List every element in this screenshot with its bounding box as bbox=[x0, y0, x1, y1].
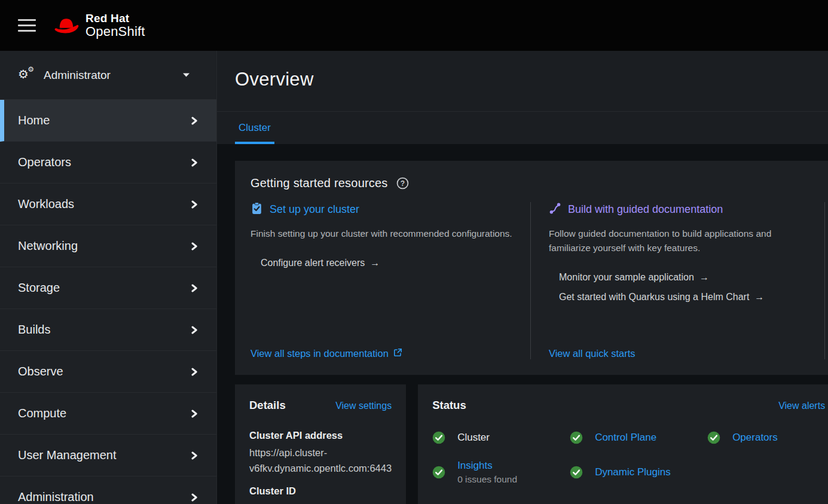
status-subtext: 0 issues found bbox=[457, 474, 517, 485]
column-links: Monitor your sample application→Get star… bbox=[549, 272, 806, 303]
arrow-right-icon: → bbox=[699, 272, 709, 283]
view-alerts-link[interactable]: View alerts bbox=[778, 401, 825, 411]
sidebar-item-label: Networking bbox=[18, 239, 78, 253]
status-item-operators: Operators bbox=[707, 431, 828, 444]
check-circle-icon bbox=[432, 431, 445, 444]
chevron-right-icon bbox=[190, 451, 198, 460]
getting-started-column-clipped bbox=[824, 202, 828, 359]
sidebar-item-storage[interactable]: Storage bbox=[0, 267, 216, 309]
status-text: Control Plane bbox=[595, 432, 656, 444]
redhat-fedora-icon bbox=[53, 17, 80, 38]
sidebar-item-user-management[interactable]: User Management bbox=[0, 435, 216, 476]
perspective-switcher[interactable]: ⚙⚙ Administrator bbox=[0, 51, 216, 100]
getting-started-column-set-up-cluster: Set up your clusterFinish setting up you… bbox=[250, 202, 530, 359]
details-fields: Cluster API addresshttps://api.cluster-v… bbox=[249, 430, 392, 497]
sidebar-nav-list: HomeOperatorsWorkloadsNetworkingStorageB… bbox=[0, 100, 216, 504]
sidebar-item-builds[interactable]: Builds bbox=[0, 309, 216, 351]
field-label: Cluster ID bbox=[249, 485, 392, 497]
sidebar-item-operators[interactable]: Operators bbox=[0, 142, 216, 184]
route-icon bbox=[549, 202, 561, 217]
status-label[interactable]: Control Plane bbox=[595, 432, 656, 443]
quick-link-get-started-with-quarkus-using-a-helm-chart[interactable]: Get started with Quarkus using a Helm Ch… bbox=[559, 292, 764, 303]
status-label[interactable]: Insights bbox=[457, 460, 493, 471]
field-label: Cluster API address bbox=[249, 430, 392, 441]
column-footer: View all quick starts bbox=[549, 348, 806, 359]
redhat-openshift-logo[interactable]: Red Hat OpenShift bbox=[53, 13, 145, 38]
column-header: Set up your cluster bbox=[250, 202, 512, 217]
quick-link-label: Get started with Quarkus using a Helm Ch… bbox=[559, 292, 749, 303]
column-links: Configure alert receivers→ bbox=[250, 258, 512, 268]
details-card: Details View settings Cluster API addres… bbox=[235, 384, 406, 504]
footer-link-label: View all steps in documentation bbox=[250, 348, 389, 359]
svg-text:?: ? bbox=[400, 179, 404, 188]
external-link-icon bbox=[393, 348, 402, 359]
status-label[interactable]: Operators bbox=[732, 432, 778, 443]
status-card: Status View alerts ClusterControl PlaneO… bbox=[418, 384, 828, 504]
chevron-right-icon bbox=[190, 326, 198, 334]
status-title: Status bbox=[432, 399, 466, 412]
quick-link-configure-alert-receivers[interactable]: Configure alert receivers→ bbox=[261, 258, 380, 268]
check-circle-icon bbox=[707, 431, 720, 444]
caret-down-icon bbox=[182, 72, 190, 78]
sidebar-item-label: Operators bbox=[18, 155, 71, 169]
arrow-right-icon: → bbox=[754, 292, 764, 303]
sidebar-item-label: User Management bbox=[18, 448, 117, 462]
main-content: Overview Cluster Getting started resourc… bbox=[216, 51, 828, 504]
column-description: Follow guided documentation to build app… bbox=[549, 227, 806, 255]
tasks-icon bbox=[250, 202, 263, 217]
quick-link-monitor-your-sample-application[interactable]: Monitor your sample application→ bbox=[559, 272, 709, 283]
tab-cluster[interactable]: Cluster bbox=[235, 112, 274, 144]
status-item-cluster: Cluster bbox=[432, 431, 570, 444]
sidebar-nav: ⚙⚙ Administrator HomeOperatorsWorkloadsN… bbox=[0, 51, 216, 504]
sidebar-item-label: Home bbox=[18, 114, 50, 127]
chevron-right-icon bbox=[190, 410, 198, 418]
page-title: Overview bbox=[235, 69, 810, 90]
question-circle-icon[interactable]: ? bbox=[396, 177, 409, 190]
sidebar-item-label: Administration bbox=[18, 490, 94, 504]
view-all-quick-starts-link[interactable]: View all quick starts bbox=[549, 348, 635, 359]
getting-started-header: Getting started resources ? bbox=[250, 176, 828, 190]
chevron-right-icon bbox=[190, 368, 198, 376]
chevron-right-icon bbox=[190, 117, 198, 125]
sidebar-item-label: Workloads bbox=[18, 197, 74, 211]
tab-bar: Cluster bbox=[217, 111, 828, 144]
sidebar-item-compute[interactable]: Compute bbox=[0, 393, 216, 435]
getting-started-columns: Set up your clusterFinish setting up you… bbox=[250, 202, 828, 359]
page-header: Overview bbox=[217, 51, 828, 111]
sidebar-item-workloads[interactable]: Workloads bbox=[0, 184, 216, 225]
arrow-right-icon: → bbox=[370, 258, 380, 268]
quick-link-label: Configure alert receivers bbox=[261, 258, 365, 268]
view-all-steps-in-documentation-link[interactable]: View all steps in documentation bbox=[250, 348, 402, 359]
getting-started-card: Getting started resources ? Set up your … bbox=[235, 161, 828, 375]
status-grid: ClusterControl PlaneOperatorsInsights0 i… bbox=[432, 431, 825, 485]
sidebar-item-observe[interactable]: Observe bbox=[0, 351, 216, 393]
status-item-dynamic-plugins: Dynamic Plugins bbox=[570, 460, 707, 485]
check-circle-icon bbox=[432, 466, 445, 479]
sidebar-item-label: Storage bbox=[18, 281, 60, 295]
status-label: Cluster bbox=[457, 432, 490, 443]
sidebar-item-networking[interactable]: Networking bbox=[0, 225, 216, 267]
footer-link-label: View all quick starts bbox=[549, 348, 635, 359]
overview-cards-row: Details View settings Cluster API addres… bbox=[235, 384, 810, 504]
sidebar-item-administration[interactable]: Administration bbox=[0, 476, 216, 504]
nav-toggle-hamburger-icon[interactable] bbox=[18, 19, 36, 32]
chevron-right-icon bbox=[190, 200, 198, 209]
chevron-right-icon bbox=[190, 158, 198, 167]
details-title: Details bbox=[249, 399, 286, 412]
perspective-label: Administrator bbox=[44, 69, 111, 82]
column-title: Build with guided documentation bbox=[568, 203, 723, 216]
column-footer: View all steps in documentation bbox=[250, 348, 512, 359]
sidebar-item-home[interactable]: Home bbox=[0, 100, 216, 142]
status-item-insights: Insights0 issues found bbox=[432, 460, 570, 485]
chevron-right-icon bbox=[190, 284, 198, 292]
field-value: https://api.cluster-v6fkv.dynamic.opentl… bbox=[249, 445, 392, 476]
content-body: Getting started resources ? Set up your … bbox=[217, 144, 828, 504]
chevron-right-icon bbox=[190, 242, 198, 251]
brand-line2: OpenShift bbox=[85, 25, 145, 38]
view-settings-link[interactable]: View settings bbox=[335, 401, 392, 411]
sidebar-item-label: Compute bbox=[18, 407, 66, 420]
status-label[interactable]: Dynamic Plugins bbox=[595, 466, 671, 478]
cogs-icon: ⚙⚙ bbox=[18, 68, 35, 83]
status-text: Cluster bbox=[457, 432, 490, 444]
tab-label: Cluster bbox=[239, 122, 271, 134]
